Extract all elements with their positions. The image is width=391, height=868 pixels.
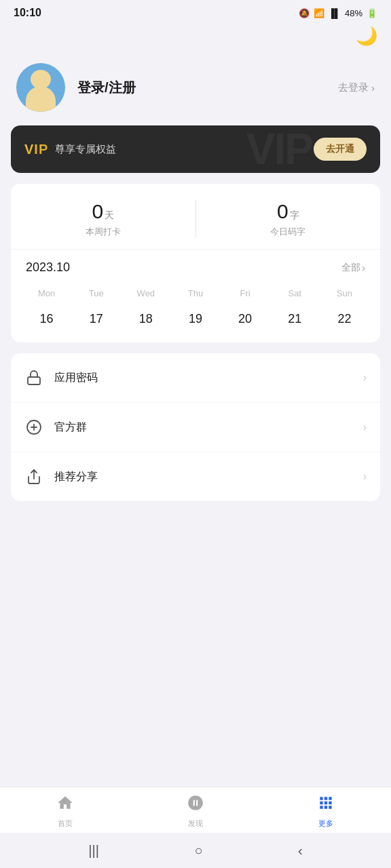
wifi-icon: 📶 xyxy=(314,8,324,18)
vip-bg-text: VIP xyxy=(246,125,312,173)
profile-title: 登录/注册 xyxy=(77,79,338,97)
signal-icon: ▐▌ xyxy=(329,8,341,18)
share-icon xyxy=(24,467,43,486)
menu-label-recommend-share: 推荐分享 xyxy=(54,470,363,484)
login-link-text: 去登录 xyxy=(338,81,369,94)
vip-label: VIP xyxy=(24,142,48,157)
nav-label-more: 更多 xyxy=(318,818,333,829)
menu-arrow-recommend-share: › xyxy=(363,471,367,483)
calendar-header: 2023.10 全部 › xyxy=(22,260,369,275)
menu-card: 应用密码 › 官方群 › 推荐分 xyxy=(11,353,380,501)
menu-arrow-official-group: › xyxy=(363,421,367,433)
calendar-all-text: 全部 xyxy=(341,262,360,274)
checkin-label: 本周打卡 xyxy=(11,226,196,238)
system-nav: ||| ○ ‹ xyxy=(0,833,391,868)
theme-toggle-row: 🌙 xyxy=(0,23,391,52)
words-value-row: 0字 xyxy=(196,200,381,223)
bottom-nav: 首页 发现 更多 xyxy=(0,787,391,833)
calendar-all-arrow: › xyxy=(362,262,365,273)
cal-header-wed: Wed xyxy=(121,285,170,307)
cal-header-sun: Sun xyxy=(320,285,369,307)
nav-item-more[interactable]: 更多 xyxy=(261,794,391,829)
vip-activate-button[interactable]: 去开通 xyxy=(314,138,367,161)
sys-nav-back[interactable]: ‹ xyxy=(298,843,303,859)
silent-icon: 🔕 xyxy=(299,8,310,18)
lock-icon xyxy=(24,368,43,387)
checkin-value: 0 xyxy=(92,200,103,222)
cal-header-mon: Mon xyxy=(22,285,71,307)
calendar-all-link[interactable]: 全部 › xyxy=(341,262,365,274)
vip-left: VIP 尊享专属权益 xyxy=(24,142,116,157)
words-value: 0 xyxy=(277,200,288,222)
nav-label-discover: 发现 xyxy=(188,818,203,829)
vip-text: 尊享专属权益 xyxy=(55,143,116,156)
battery-icon: 🔋 xyxy=(367,8,377,18)
add-circle-icon xyxy=(24,418,43,437)
stats-row: 0天 本周打卡 0字 今日码字 xyxy=(11,200,380,250)
cal-day-21[interactable]: 21 xyxy=(270,307,320,332)
status-bar: 10:10 🔕 📶 ▐▌ 48% 🔋 xyxy=(0,0,391,23)
avatar[interactable] xyxy=(16,63,65,112)
nav-label-home: 首页 xyxy=(58,818,73,829)
cal-day-17[interactable]: 17 xyxy=(71,307,121,332)
cal-header-thu: Thu xyxy=(170,285,220,307)
words-stat: 0字 今日码字 xyxy=(196,200,381,238)
menu-label-official-group: 官方群 xyxy=(54,420,363,435)
calendar-section: 2023.10 全部 › Mon Tue Wed Thu Fri Sat Sun… xyxy=(11,260,380,332)
status-time: 10:10 xyxy=(14,7,41,19)
cal-header-tue: Tue xyxy=(71,285,121,307)
profile-info: 登录/注册 xyxy=(77,79,338,97)
cal-header-fri: Fri xyxy=(221,285,270,307)
profile-login-link[interactable]: 去登录 › xyxy=(338,81,375,94)
more-icon xyxy=(317,794,335,816)
stats-card: 0天 本周打卡 0字 今日码字 2023.10 全部 › xyxy=(11,184,380,342)
status-icons: 🔕 📶 ▐▌ 48% 🔋 xyxy=(299,8,377,18)
svg-rect-0 xyxy=(28,377,40,384)
cal-day-20[interactable]: 20 xyxy=(221,307,270,332)
sys-nav-recent[interactable]: ||| xyxy=(88,843,99,859)
nav-item-discover[interactable]: 发现 xyxy=(130,794,261,829)
sys-nav-home[interactable]: ○ xyxy=(194,843,202,859)
cal-day-22[interactable]: 22 xyxy=(320,307,369,332)
menu-item-app-password[interactable]: 应用密码 › xyxy=(11,353,380,403)
cal-header-sat: Sat xyxy=(270,285,320,307)
menu-label-app-password: 应用密码 xyxy=(54,371,363,385)
theme-toggle-icon[interactable]: 🌙 xyxy=(356,26,377,47)
login-link-arrow: › xyxy=(371,82,375,94)
profile-section: 登录/注册 去登录 › xyxy=(0,52,391,125)
calendar-month: 2023.10 xyxy=(26,260,70,275)
home-icon xyxy=(56,794,74,816)
menu-item-official-group[interactable]: 官方群 › xyxy=(11,403,380,452)
cal-day-19[interactable]: 19 xyxy=(170,307,220,332)
checkin-value-row: 0天 xyxy=(11,200,196,223)
checkin-stat: 0天 本周打卡 xyxy=(11,200,196,238)
words-unit: 字 xyxy=(290,210,299,220)
menu-item-recommend-share[interactable]: 推荐分享 › xyxy=(11,452,380,501)
cal-day-16[interactable]: 16 xyxy=(22,307,71,332)
words-label: 今日码字 xyxy=(196,226,381,238)
cal-day-18[interactable]: 18 xyxy=(121,307,170,332)
calendar-grid: Mon Tue Wed Thu Fri Sat Sun 16 17 18 19 … xyxy=(22,285,369,332)
menu-arrow-app-password: › xyxy=(363,372,367,384)
battery-text: 48% xyxy=(345,8,362,18)
checkin-unit: 天 xyxy=(105,210,114,220)
discover-icon xyxy=(187,794,204,816)
vip-banner: VIP 尊享专属权益 VIP 去开通 xyxy=(11,125,380,173)
nav-item-home[interactable]: 首页 xyxy=(0,794,130,829)
